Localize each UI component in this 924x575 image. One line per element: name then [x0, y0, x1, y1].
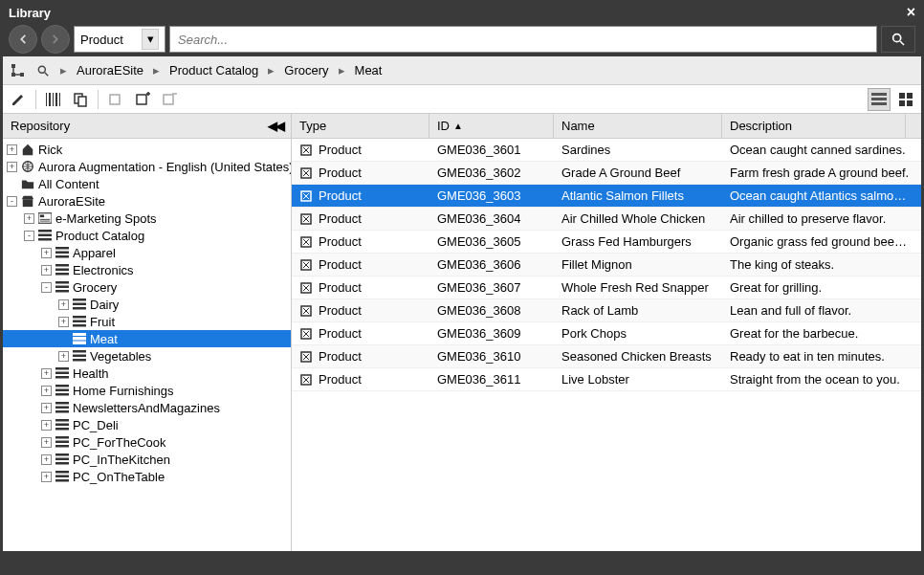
breadcrumb-item[interactable]: Product Catalog [164, 63, 264, 77]
cell-description: Great for grilling. [722, 280, 921, 295]
expand-icon[interactable]: + [58, 317, 69, 327]
find-button[interactable] [32, 59, 55, 82]
edit-button[interactable] [7, 88, 30, 111]
svg-rect-46 [73, 321, 86, 323]
new-button[interactable] [104, 88, 127, 111]
svg-rect-10 [55, 93, 57, 106]
breadcrumb-item[interactable]: Meat [349, 63, 388, 77]
expand-icon[interactable]: + [7, 144, 17, 155]
table-row[interactable]: ProductGME036_3601SardinesOcean caught c… [292, 139, 921, 162]
table-row[interactable]: ProductGME036_3609Pork ChopsGreat for th… [292, 322, 921, 345]
table-row[interactable]: ProductGME036_3610Seasoned Chicken Breas… [292, 345, 921, 368]
column-id[interactable]: ID▲ [429, 114, 554, 138]
svg-rect-53 [73, 359, 86, 362]
tree-node[interactable]: +Electronics [3, 261, 291, 278]
tree-node[interactable]: +PC_ForTheCook [3, 433, 291, 451]
search-input[interactable] [169, 26, 877, 53]
tree-body[interactable]: +Rick+Aurora Augmentation - English (Uni… [3, 139, 291, 551]
tree-node[interactable]: +Rick [3, 141, 291, 158]
expand-icon[interactable]: + [7, 162, 17, 172]
column-description[interactable]: Description [722, 114, 906, 138]
grid-body[interactable]: ProductGME036_3601SardinesOcean caught c… [292, 139, 921, 551]
svg-rect-34 [55, 252, 69, 254]
table-row[interactable]: ProductGME036_3602Grade A Ground BeefFar… [292, 162, 921, 185]
barcode-button[interactable] [42, 88, 65, 111]
tree-node[interactable]: +PC_InTheKitchen [3, 451, 291, 468]
close-icon[interactable]: × [907, 4, 915, 21]
tree-node[interactable]: +Home Furnishings [3, 382, 291, 399]
remove-button[interactable] [158, 88, 181, 111]
expand-icon[interactable]: + [41, 248, 52, 258]
cell-name: Fillet Mignon [554, 257, 722, 272]
table-row[interactable]: ProductGME036_3605Grass Fed HamburgersOr… [292, 231, 921, 254]
svg-rect-30 [38, 230, 52, 232]
expand-icon[interactable]: + [41, 420, 52, 431]
type-filter-select[interactable]: Product ▾ [74, 26, 165, 53]
tree-node[interactable]: +Aurora Augmentation - English (United S… [3, 158, 291, 175]
list-icon [72, 331, 87, 346]
navbar: Product ▾ [3, 22, 921, 56]
expand-icon[interactable]: + [41, 265, 52, 276]
collapse-panel-button[interactable]: ◀◀ [268, 119, 283, 133]
table-row[interactable]: ProductGME036_3608Rack of LambLean and f… [292, 299, 921, 322]
expand-icon[interactable]: + [41, 386, 52, 396]
tree-node[interactable]: -Product Catalog [3, 227, 291, 244]
tree-node[interactable]: +Health [3, 365, 291, 382]
grid-header: Type ID▲ Name Description [292, 114, 921, 139]
column-name[interactable]: Name [554, 114, 722, 138]
tree-node[interactable]: +Fruit [3, 313, 291, 330]
tree-node-label: Rick [38, 143, 62, 157]
expand-icon[interactable]: + [41, 472, 52, 482]
table-row[interactable]: ProductGME036_3611Live LobsterStraight f… [292, 368, 921, 391]
tree-node[interactable]: +Dairy [3, 296, 291, 313]
tree-node[interactable]: +PC_Deli [3, 416, 291, 433]
product-icon [299, 144, 313, 157]
expand-icon[interactable]: + [41, 368, 52, 379]
svg-rect-9 [53, 93, 54, 106]
svg-rect-49 [73, 338, 86, 341]
expand-icon[interactable]: + [24, 213, 34, 224]
tree-node[interactable]: Meat [3, 330, 291, 347]
grid-view-button[interactable] [894, 88, 917, 111]
type-filter-value: Product [80, 33, 123, 47]
expand-icon[interactable]: + [41, 437, 52, 448]
nav-back-button[interactable] [9, 25, 37, 54]
tree-node[interactable]: -Grocery [3, 278, 291, 296]
expand-icon[interactable]: + [41, 454, 52, 465]
cell-description: Air chilled to preserve flavor. [722, 211, 921, 226]
tree-node[interactable]: +e-Marketing Spots [3, 210, 291, 227]
tree-node[interactable]: All Content [3, 175, 291, 192]
expand-icon[interactable]: + [58, 351, 69, 362]
product-icon [299, 373, 313, 387]
breadcrumb-item[interactable]: Grocery [278, 63, 334, 77]
add-button[interactable] [131, 88, 154, 111]
table-row[interactable]: ProductGME036_3607Whole Fresh Red Snappe… [292, 276, 921, 299]
breadcrumb-item[interactable]: AuroraESite [71, 63, 149, 77]
collapse-icon[interactable]: - [7, 196, 17, 207]
tree-node[interactable]: -AuroraESite [3, 192, 291, 210]
expand-icon[interactable]: + [41, 403, 52, 413]
remove-icon [162, 92, 177, 107]
tree-node-label: PC_ForTheCook [73, 435, 166, 450]
tree-view-button[interactable] [7, 59, 30, 82]
list-view-button[interactable] [868, 88, 891, 111]
tree-header: Repository ◀◀ [3, 114, 291, 139]
collapse-icon[interactable]: - [41, 282, 52, 293]
list-icon [72, 314, 87, 329]
nav-forward-button[interactable] [41, 25, 70, 54]
tree-node[interactable]: +Apparel [3, 244, 291, 261]
tree-node[interactable]: +NewslettersAndMagazines [3, 399, 291, 416]
tree-node[interactable]: +Vegetables [3, 347, 291, 365]
expand-icon[interactable]: + [58, 299, 69, 310]
table-row[interactable]: ProductGME036_3606Fillet MignonThe king … [292, 254, 921, 276]
table-row[interactable]: ProductGME036_3603Atlantic Salmon Fillet… [292, 185, 921, 208]
search-button[interactable] [881, 26, 915, 53]
copy-button[interactable] [69, 88, 92, 111]
tree-node[interactable]: +PC_OnTheTable [3, 468, 291, 485]
table-row[interactable]: ProductGME036_3604Air Chilled Whole Chic… [292, 208, 921, 231]
tree-icon [11, 63, 26, 78]
collapse-icon[interactable]: - [24, 231, 34, 241]
column-type[interactable]: Type [292, 114, 429, 138]
store-icon [20, 193, 35, 209]
cell-name: Live Lobster [554, 372, 722, 387]
